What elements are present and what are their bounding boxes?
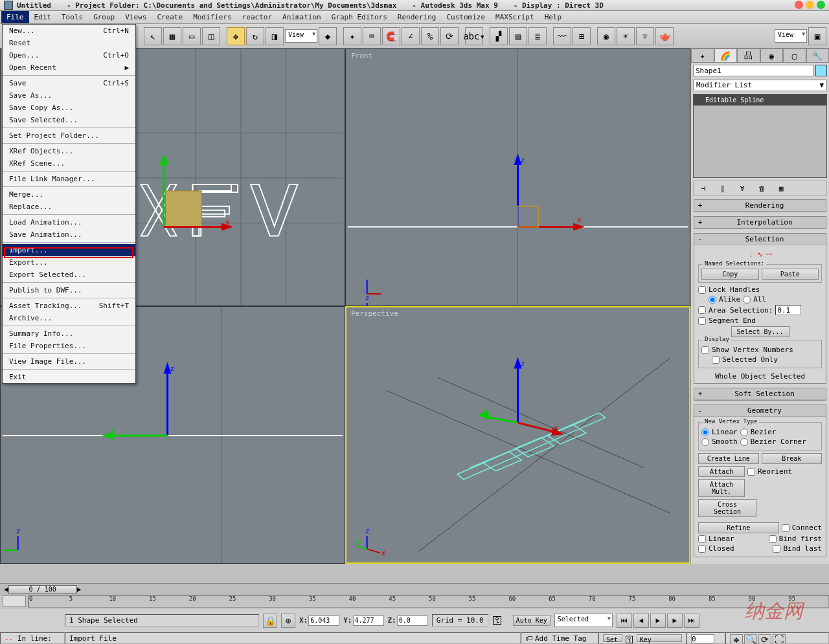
attach-mult-button[interactable]: Attach Mult. bbox=[698, 479, 745, 497]
attach-button[interactable]: Attach bbox=[698, 466, 745, 477]
tab-create[interactable]: ✦ bbox=[691, 49, 714, 63]
filemenu-item[interactable]: Export Selected... bbox=[3, 269, 135, 281]
rollout-rendering[interactable]: Rendering bbox=[705, 201, 824, 210]
filemenu-item[interactable]: Save Selected... bbox=[3, 114, 135, 126]
filemenu-item[interactable]: Set Project Folder... bbox=[3, 129, 135, 142]
menu-maxscript[interactable]: MAXScript bbox=[490, 11, 539, 23]
configure-sets-icon[interactable]: ▦ bbox=[775, 183, 787, 194]
spinner-snap-icon[interactable]: ⟳ bbox=[440, 27, 459, 45]
tab-modify[interactable]: 🌈 bbox=[714, 49, 738, 63]
smooth-radio[interactable] bbox=[701, 438, 709, 446]
menu-reactor[interactable]: reactor bbox=[237, 11, 277, 23]
filemenu-item[interactable]: New...Ctrl+N bbox=[3, 25, 135, 37]
segment-subobj-icon[interactable]: ∿ bbox=[757, 250, 763, 259]
nav-maximize-icon[interactable]: ⛶ bbox=[773, 634, 786, 644]
schematic-icon[interactable]: ⊞ bbox=[573, 27, 591, 45]
paste-button[interactable]: Paste bbox=[762, 269, 819, 280]
goto-start-icon[interactable]: ⏮ bbox=[617, 614, 632, 628]
show-vertex-numbers-check[interactable] bbox=[701, 346, 709, 354]
menu-views[interactable]: Views bbox=[120, 11, 152, 23]
alike-radio[interactable] bbox=[709, 296, 716, 304]
trackbar[interactable]: 0510152025303540455055606570758085909510… bbox=[28, 595, 829, 608]
menu-modifiers[interactable]: Modifiers bbox=[188, 11, 237, 23]
key-filters-button[interactable]: Key Filters... bbox=[637, 634, 682, 642]
filemenu-item[interactable]: Save Animation... bbox=[3, 228, 135, 241]
vertex-subobj-icon[interactable]: ⋮ bbox=[747, 250, 755, 259]
nav-zoom-icon[interactable]: 🔍 bbox=[744, 634, 757, 644]
window-crossing-icon[interactable]: ◫ bbox=[202, 27, 220, 45]
filemenu-item[interactable]: Publish to DWF... bbox=[3, 284, 135, 296]
show-end-result-icon[interactable]: ∥ bbox=[717, 183, 729, 194]
z-coord-input[interactable] bbox=[397, 616, 428, 626]
time-slider[interactable]: 0 / 100 bbox=[8, 585, 77, 594]
move-icon[interactable]: ✥ bbox=[227, 27, 245, 45]
scale-icon[interactable]: ◨ bbox=[266, 27, 284, 45]
selected-only-check[interactable] bbox=[712, 356, 720, 364]
select-object-icon[interactable]: ↖ bbox=[144, 27, 162, 45]
manipulate-icon[interactable]: ✦ bbox=[343, 27, 361, 45]
lock-handles-check[interactable] bbox=[698, 286, 706, 294]
break-button[interactable]: Break bbox=[762, 453, 823, 464]
connect-check[interactable] bbox=[782, 524, 789, 532]
render-preset-icon[interactable]: ▣ bbox=[808, 27, 826, 45]
filemenu-item[interactable]: Replace... bbox=[3, 201, 135, 213]
render-type-icon[interactable]: ☼ bbox=[636, 27, 654, 45]
segment-end-check[interactable] bbox=[698, 317, 706, 325]
filemenu-item[interactable]: Save As... bbox=[3, 89, 135, 102]
bezier-radio[interactable] bbox=[740, 428, 748, 436]
prev-frame-icon[interactable]: ◀ bbox=[633, 614, 649, 628]
y-coord-input[interactable] bbox=[353, 616, 384, 626]
layer-icon[interactable]: ≣ bbox=[528, 27, 547, 45]
filemenu-item[interactable]: XRef Objects... bbox=[3, 145, 135, 157]
lock-selection-icon[interactable]: 🔒 bbox=[263, 614, 277, 628]
filemenu-item[interactable]: Asset Tracking...Shift+T bbox=[3, 300, 135, 312]
tab-utilities[interactable]: 🔧 bbox=[806, 49, 830, 63]
cross-section-button[interactable]: Cross Section bbox=[698, 499, 756, 517]
menu-group[interactable]: Group bbox=[88, 11, 120, 23]
menu-help[interactable]: Help bbox=[539, 11, 567, 23]
linear2-check[interactable] bbox=[698, 535, 706, 543]
rollout-interpolation[interactable]: Interpolation bbox=[705, 218, 824, 227]
viewport-perspective[interactable]: Perspective z x y bbox=[345, 306, 690, 564]
quick-render-icon[interactable]: 🫖 bbox=[655, 27, 674, 45]
goto-end-icon[interactable]: ⏭ bbox=[684, 614, 699, 628]
rollout-geometry[interactable]: Geometry bbox=[705, 406, 824, 415]
key-mode-dropdown[interactable]: Selected bbox=[554, 614, 613, 627]
snap-toggle-icon[interactable]: 🧲 bbox=[382, 27, 400, 45]
menu-customize[interactable]: Customize bbox=[441, 11, 490, 23]
filemenu-item[interactable]: Open...Ctrl+O bbox=[3, 49, 135, 61]
filemenu-item[interactable]: Export... bbox=[3, 256, 135, 269]
percent-snap-icon[interactable]: % bbox=[421, 27, 439, 45]
time-slider-bar[interactable]: ◀ 0 / 100 ▶ bbox=[0, 583, 829, 595]
area-selection-value[interactable]: 0.1 bbox=[775, 305, 801, 315]
absolute-transform-icon[interactable]: ⊕ bbox=[281, 614, 295, 628]
frame-fwd-icon[interactable]: ▶ bbox=[77, 585, 82, 594]
object-name-input[interactable] bbox=[693, 65, 813, 76]
filemenu-item[interactable]: XRef Scene... bbox=[3, 157, 135, 170]
reorient-check[interactable] bbox=[747, 468, 755, 476]
remove-modifier-icon[interactable]: 🗑 bbox=[756, 183, 767, 194]
render-scene-icon[interactable]: ☀ bbox=[617, 27, 635, 45]
menu-rendering[interactable]: Rendering bbox=[392, 11, 442, 23]
mirror-icon[interactable]: ▞ bbox=[490, 27, 508, 45]
align-icon[interactable]: ▤ bbox=[509, 27, 527, 45]
select-by-button[interactable]: Select By... bbox=[731, 326, 789, 337]
filemenu-item[interactable]: Load Animation... bbox=[3, 216, 135, 228]
bind-first-check[interactable] bbox=[769, 535, 777, 543]
linear-radio[interactable] bbox=[701, 428, 709, 436]
use-center-icon[interactable]: ◆ bbox=[319, 27, 337, 45]
menu-animation[interactable]: Animation bbox=[277, 11, 326, 23]
filemenu-item[interactable]: File Link Manager... bbox=[3, 173, 135, 185]
tab-motion[interactable]: ◉ bbox=[760, 49, 784, 63]
menu-grapheditors[interactable]: Graph Editors bbox=[326, 11, 392, 23]
frame-back-icon[interactable]: ◀ bbox=[4, 585, 8, 594]
play-icon[interactable]: ▶ bbox=[650, 614, 666, 628]
rollout-selection[interactable]: Selection bbox=[705, 235, 824, 243]
filemenu-item[interactable]: Merge... bbox=[3, 188, 135, 201]
area-selection-check[interactable] bbox=[698, 306, 706, 314]
key-large-icon[interactable]: ⚿ bbox=[625, 634, 634, 642]
rect-select-icon[interactable]: ▭ bbox=[183, 27, 201, 45]
keyboard-icon[interactable]: ⌨ bbox=[363, 27, 381, 45]
set-key-button[interactable]: Set Key bbox=[603, 634, 622, 642]
minimize-traffic-light[interactable] bbox=[806, 1, 814, 9]
